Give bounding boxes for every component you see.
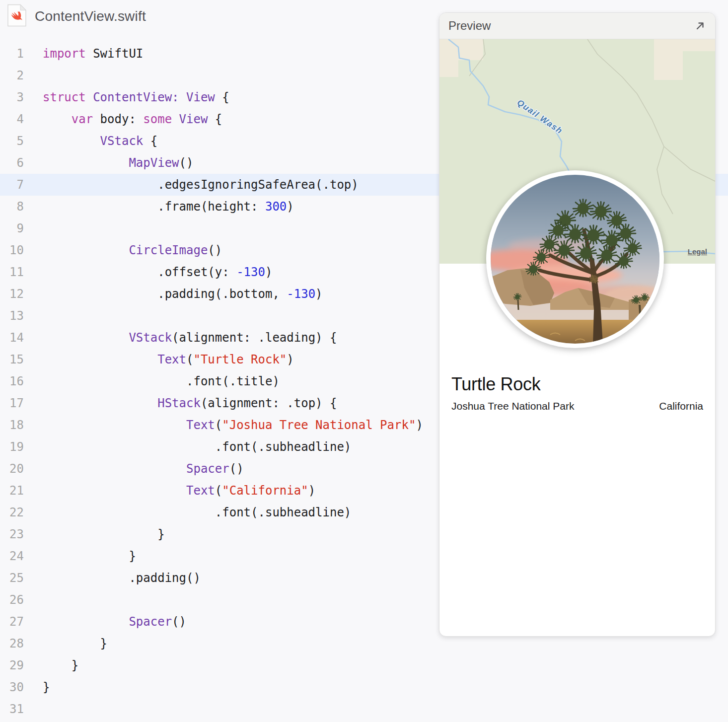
tutorial-page: ContentView.swift 1import SwiftUI23struc…: [0, 0, 728, 722]
open-in-new-icon[interactable]: [694, 20, 706, 32]
line-number: 7: [0, 174, 24, 196]
landmark-park: Joshua Tree National Park: [451, 400, 574, 412]
line-number: 6: [0, 152, 24, 174]
line-number: 27: [0, 611, 24, 633]
line-number: 21: [0, 480, 24, 502]
landmark-detail: Turtle Rock Joshua Tree National Park Ca…: [451, 373, 703, 412]
line-number: 4: [0, 108, 24, 130]
landmark-state: California: [659, 400, 703, 412]
landmark-title: Turtle Rock: [451, 373, 703, 395]
line-number: 1: [0, 43, 24, 65]
line-number: 16: [0, 370, 24, 392]
line-number: 12: [0, 283, 24, 305]
line-number: 22: [0, 502, 24, 523]
preview-title: Preview: [448, 19, 491, 33]
line-number: 15: [0, 349, 24, 370]
landmark-circle-image: [486, 170, 664, 348]
preview-header: Preview: [439, 13, 715, 39]
code-line: 30}: [0, 676, 728, 698]
swift-file-icon: [7, 4, 27, 29]
line-number: 17: [0, 392, 24, 414]
line-number: 25: [0, 567, 24, 589]
line-number: 31: [0, 698, 24, 720]
line-number: 20: [0, 458, 24, 480]
code-line: 31: [0, 698, 728, 720]
line-number: 28: [0, 633, 24, 654]
line-number: 14: [0, 327, 24, 349]
line-number: 2: [0, 65, 24, 86]
map-legal-link[interactable]: Legal: [688, 247, 707, 256]
line-number: 30: [0, 676, 24, 698]
line-number: 3: [0, 86, 24, 108]
line-number: 5: [0, 130, 24, 152]
line-number: 23: [0, 523, 24, 545]
line-number: 9: [0, 217, 24, 239]
line-number: 26: [0, 589, 24, 611]
line-number: 24: [0, 545, 24, 567]
line-number: 19: [0, 436, 24, 458]
line-number: 8: [0, 196, 24, 217]
preview-panel: Preview: [439, 12, 716, 637]
line-number: 18: [0, 414, 24, 436]
code-line: 29 }: [0, 654, 728, 676]
line-number: 29: [0, 654, 24, 676]
page-title: ContentView.swift: [35, 8, 146, 24]
line-number: 10: [0, 239, 24, 261]
line-number: 13: [0, 305, 24, 327]
line-number: 11: [0, 261, 24, 283]
